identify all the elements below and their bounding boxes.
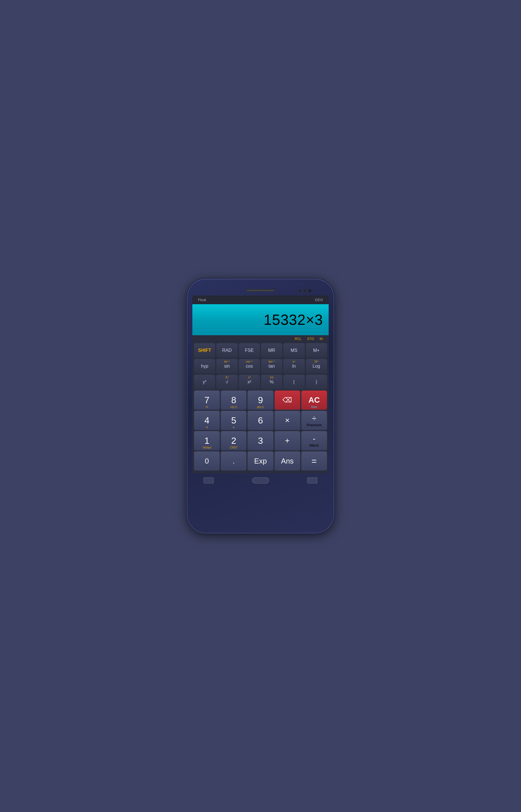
mr-button[interactable]: MR xyxy=(261,343,282,358)
two-button[interactable]: 2 CNST xyxy=(221,431,246,450)
home-nav-button[interactable] xyxy=(252,477,269,484)
deg-label: DEG xyxy=(315,298,323,302)
sqrt-label: √ xyxy=(226,380,228,384)
premium-label: Premium xyxy=(307,423,322,427)
float-label: Float xyxy=(198,298,206,302)
button-row-6: 1 Verlauf 2 CNST 3 + - Menü xyxy=(194,431,327,450)
mr-label: MR xyxy=(268,348,275,353)
cnr-label: c(n,r) xyxy=(230,405,237,408)
divide-button[interactable]: ÷ Premium xyxy=(301,411,327,430)
back-nav-button[interactable] xyxy=(204,477,214,484)
tenx-label: 10ˣ xyxy=(314,360,318,363)
three-label: 3 xyxy=(258,436,263,445)
exp-button[interactable]: Exp xyxy=(248,451,273,471)
tan-label: tan xyxy=(269,364,275,368)
pct-button[interactable]: 1/x % xyxy=(261,375,282,389)
five-button[interactable]: 5 e xyxy=(221,411,246,430)
speaker-grille xyxy=(246,289,275,292)
sin-label: sin xyxy=(224,364,230,368)
sin-button[interactable]: sin⁻¹ sin xyxy=(216,359,237,373)
button-row-5: 4 π 5 e 6 , × ÷ Premium xyxy=(194,411,327,430)
minus-button[interactable]: - Menü xyxy=(301,431,327,450)
tan-button[interactable]: tan⁻¹ tan xyxy=(261,359,282,373)
nine-button[interactable]: 9 p(n,r) xyxy=(248,390,273,410)
button-row-1: SHIFT RAD FSE MR MS M+ xyxy=(194,343,327,358)
one-button[interactable]: 1 Verlauf xyxy=(194,431,220,450)
four-label: 4 xyxy=(204,416,209,425)
pi-label: π xyxy=(206,426,208,429)
ms-label: MS xyxy=(291,348,297,353)
cos-label: cos xyxy=(246,364,253,368)
mminus-label: M- xyxy=(317,336,326,341)
x2-button[interactable]: x³ x² xyxy=(239,375,260,389)
log-label: Log xyxy=(313,364,320,368)
fse-button[interactable]: FSE xyxy=(239,343,260,358)
yx-label: yx xyxy=(203,380,206,384)
ac-button[interactable]: AC Rate xyxy=(301,390,327,410)
ac-label: AC xyxy=(309,396,320,405)
status-bar: Float DEG xyxy=(192,296,329,304)
zero-button[interactable]: 0 xyxy=(194,451,220,471)
shift-button[interactable]: SHIFT xyxy=(194,343,215,358)
mul-label: × xyxy=(285,416,290,425)
eight-button[interactable]: 8 c(n,r) xyxy=(221,390,246,410)
rad-button[interactable]: RAD xyxy=(216,343,237,358)
recent-nav-button[interactable] xyxy=(307,477,317,484)
x3-label: x³ xyxy=(248,376,250,379)
pnr-label: p(n,r) xyxy=(257,405,264,408)
yx-button[interactable]: yx xyxy=(194,375,215,389)
sto-label: STO xyxy=(304,336,317,341)
equals-button[interactable]: = xyxy=(301,451,327,471)
camera-area xyxy=(299,289,312,293)
rparen-button[interactable]: ) xyxy=(306,375,327,389)
three-button[interactable]: 3 xyxy=(248,431,273,450)
four-button[interactable]: 4 π xyxy=(194,411,220,430)
button-row-2: hyp sin⁻¹ sin cos⁻¹ cos tan⁻¹ tan eˣ ln xyxy=(194,359,327,373)
nfact-label: n! xyxy=(206,405,208,408)
plus-button[interactable]: + xyxy=(275,431,300,450)
button-row-4: 7 n! 8 c(n,r) 9 p(n,r) ⌫ AC Rate xyxy=(194,390,327,410)
cnst-label: CNST xyxy=(230,446,237,449)
comma-label: , xyxy=(260,426,261,429)
ln-label: ln xyxy=(292,364,296,368)
rcl-label: RCL xyxy=(292,336,304,341)
plus-label: + xyxy=(285,436,290,445)
six-button[interactable]: 6 , xyxy=(248,411,273,430)
calculator-display: 15332×3 xyxy=(192,304,329,335)
del-icon: ⌫ xyxy=(282,396,292,404)
hyp-button[interactable]: hyp xyxy=(194,359,215,373)
ans-label: Ans xyxy=(281,457,294,466)
two-label: 2 xyxy=(231,436,236,445)
menu-label: Menü xyxy=(310,443,319,447)
camera-dot-1 xyxy=(299,289,302,292)
rparen-label: ) xyxy=(316,380,317,384)
recip-label: 1/x xyxy=(270,376,273,379)
phone-top-bar xyxy=(192,287,329,296)
ms-button[interactable]: MS xyxy=(283,343,304,358)
mplus-button[interactable]: M+ xyxy=(306,343,327,358)
verlauf-label: Verlauf xyxy=(203,446,211,449)
button-row-7: 0 . Exp Ans = xyxy=(194,451,327,471)
delete-button[interactable]: ⌫ xyxy=(275,390,300,410)
ln-button[interactable]: eˣ ln xyxy=(283,359,304,373)
exp-label: Exp xyxy=(254,457,267,466)
sqrt-button[interactable]: 3√ √ xyxy=(216,375,237,389)
cos-button[interactable]: cos⁻¹ cos xyxy=(239,359,260,373)
dot-button[interactable]: . xyxy=(221,451,246,471)
lparen-button[interactable]: ( xyxy=(283,375,304,389)
seven-button[interactable]: 7 n! xyxy=(194,390,220,410)
five-label: 5 xyxy=(231,416,236,425)
x2-label: x² xyxy=(248,380,251,384)
log-button[interactable]: 10ˣ Log xyxy=(306,359,327,373)
fse-label: FSE xyxy=(245,348,254,353)
seven-label: 7 xyxy=(204,396,209,405)
ans-button[interactable]: Ans xyxy=(275,451,300,471)
multiply-button[interactable]: × xyxy=(275,411,300,430)
shift-label: SHIFT xyxy=(198,348,211,353)
rate-label: Rate xyxy=(311,405,317,408)
calculator-screen: Float DEG 15332×3 RCL STO M- SHIFT RAD xyxy=(192,296,329,473)
cbrt-label: 3√ xyxy=(225,376,228,379)
div-label: ÷ xyxy=(312,414,316,423)
phone-bottom-nav xyxy=(192,473,329,486)
minus-label: - xyxy=(313,434,315,443)
